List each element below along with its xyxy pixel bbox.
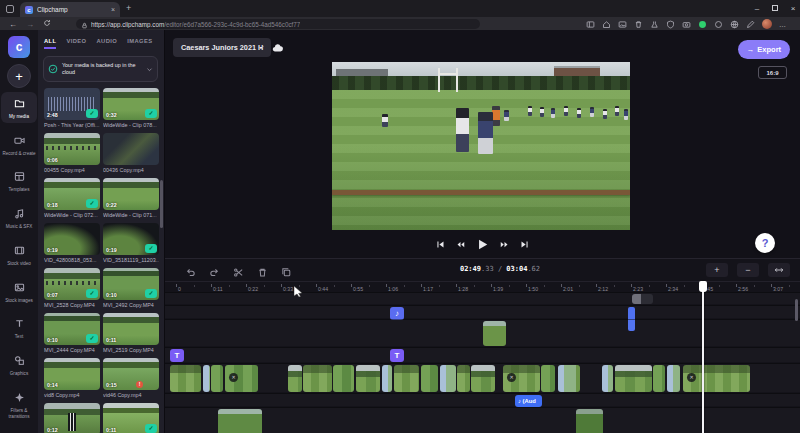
sidebar-item-filters-transitions[interactable]: Filters & transitions xyxy=(1,386,37,422)
track-video-main[interactable]: ✕✕✕ xyxy=(165,363,800,392)
help-button[interactable]: ? xyxy=(755,233,775,253)
forward-icon[interactable]: → xyxy=(26,20,34,29)
clip-video[interactable] xyxy=(558,365,580,392)
media-item[interactable]: 0:10✓MVI_2444 Copy.MP4 xyxy=(44,313,100,353)
export-button[interactable]: →Export xyxy=(738,40,790,59)
track-image[interactable] xyxy=(165,319,800,346)
aspect-ratio-button[interactable]: 16:9 xyxy=(758,66,787,79)
refresh-icon[interactable] xyxy=(43,19,51,29)
panel-icon[interactable] xyxy=(586,20,595,29)
playhead-handle[interactable] xyxy=(699,281,707,292)
sidebar-item-record-create[interactable]: Record & create xyxy=(1,129,37,160)
rewind-button[interactable] xyxy=(456,240,465,249)
clip-overlay[interactable] xyxy=(632,294,653,304)
clip-text[interactable]: T xyxy=(390,349,404,362)
workspace-icon[interactable] xyxy=(6,5,14,13)
new-tab-button[interactable]: + xyxy=(126,4,131,13)
tab-video[interactable]: VIDEO xyxy=(66,38,86,49)
chevron-down-icon[interactable] xyxy=(146,66,153,73)
clip-video[interactable]: ✕ xyxy=(503,365,540,392)
browser-avatar[interactable] xyxy=(762,19,772,29)
track-overlay[interactable] xyxy=(165,292,800,304)
undo-button[interactable] xyxy=(185,264,196,282)
clip-video[interactable] xyxy=(170,365,201,392)
flask-icon[interactable] xyxy=(650,20,659,29)
media-item[interactable]: 00436 Copy.mp4 xyxy=(103,133,159,173)
url-field[interactable]: https://app.clipchamp.com/editor/e6d7a56… xyxy=(76,19,480,29)
scissors-button[interactable] xyxy=(233,264,244,282)
media-item[interactable]: 0:15!vid46 Copy.mp4 xyxy=(103,358,159,398)
clip-video[interactable] xyxy=(218,409,262,433)
media-item[interactable]: 0:14vid8 Copy.mp4 xyxy=(44,358,100,398)
clip-video[interactable] xyxy=(303,365,332,392)
sidebar-item-graphics[interactable]: Graphics xyxy=(1,349,37,380)
photo-icon[interactable] xyxy=(618,20,627,29)
media-scrollbar[interactable] xyxy=(160,180,163,228)
shield-icon[interactable] xyxy=(666,20,675,29)
add-media-button[interactable]: + xyxy=(7,64,31,88)
fast-forward-button[interactable] xyxy=(500,240,509,249)
video-preview[interactable] xyxy=(332,62,630,230)
ring-icon[interactable] xyxy=(714,20,723,29)
project-chevron-icon[interactable] xyxy=(257,44,265,52)
media-item[interactable]: 0:19✓VID_35181119_11203... xyxy=(103,223,159,263)
back-icon[interactable]: ← xyxy=(9,20,17,29)
backup-banner[interactable]: Your media is backed up in the cloud xyxy=(43,56,158,82)
clip-video[interactable] xyxy=(653,365,665,392)
tab-audio[interactable]: AUDIO xyxy=(97,38,118,49)
sidebar-item-text[interactable]: Text xyxy=(1,312,37,343)
tab-images[interactable]: IMAGES xyxy=(127,38,152,49)
clip-video[interactable] xyxy=(457,365,470,392)
track-audio[interactable]: ♪ (Aud xyxy=(165,393,800,406)
media-item[interactable]: 0:11✓MVI_2641 Copy.MP4 xyxy=(103,403,159,433)
clip-video[interactable] xyxy=(667,365,680,392)
clip-video[interactable]: ✕ xyxy=(225,365,258,392)
clip-audio[interactable]: ♪ (Aud xyxy=(515,395,542,407)
media-item[interactable]: 2:48✓Posh - This Year (Offi... xyxy=(44,88,100,128)
sidebar-item-brand-kit[interactable]: Brand kit xyxy=(1,428,37,433)
home-icon[interactable] xyxy=(602,20,611,29)
duplicate-button[interactable] xyxy=(281,264,292,282)
browser-menu-icon[interactable]: … xyxy=(779,21,786,28)
browser-tab[interactable]: c Clipchamp × xyxy=(20,2,120,17)
clip-video[interactable]: ✕ xyxy=(683,365,750,392)
clip-video[interactable] xyxy=(382,365,392,392)
play-button[interactable] xyxy=(476,238,489,251)
media-item[interactable]: 0:18✓WideWide - Clip 072... xyxy=(44,178,100,218)
window-maximize-button[interactable] xyxy=(768,4,782,13)
media-item[interactable]: 0:11MVI_2519 Copy.MP4 xyxy=(103,313,159,353)
zoom-fit-button[interactable] xyxy=(768,263,790,277)
sidebar-item-stock-images[interactable]: Stock images xyxy=(1,276,37,307)
clip-video[interactable] xyxy=(541,365,555,392)
media-item[interactable]: 0:32✓WideWide - Clip 078... xyxy=(103,88,159,128)
track-video-2[interactable] xyxy=(165,407,800,433)
sidebar-item-templates[interactable]: Templates xyxy=(1,165,37,196)
skip-start-button[interactable] xyxy=(436,240,445,249)
pen-icon[interactable] xyxy=(746,20,755,29)
redo-button[interactable] xyxy=(209,264,220,282)
media-item[interactable]: 0:07✓MVI_2528 Copy.MP4 xyxy=(44,268,100,308)
clip-video[interactable] xyxy=(288,365,302,392)
media-item[interactable]: 0:0600455 Copy.mp4 xyxy=(44,133,100,173)
media-item[interactable]: 0:22WideWide - Clip 071... xyxy=(103,178,159,218)
track-music[interactable]: ♪ xyxy=(165,305,800,318)
media-item[interactable]: 0:10✓MVI_2492 Copy.MP4 xyxy=(103,268,159,308)
clip-video[interactable] xyxy=(471,365,495,392)
clip-video[interactable] xyxy=(356,365,380,392)
media-item[interactable]: 0:12MVI_2467 Copy.MP4 xyxy=(44,403,100,433)
globe-icon[interactable] xyxy=(730,20,739,29)
clip-video[interactable] xyxy=(333,365,354,392)
clip-image[interactable] xyxy=(483,321,506,346)
playhead-line[interactable] xyxy=(702,281,704,433)
clip-video[interactable] xyxy=(440,365,456,392)
clipchamp-logo[interactable]: c xyxy=(8,36,30,58)
zoom-out-button[interactable]: − xyxy=(737,263,759,277)
window-close-button[interactable]: × xyxy=(786,4,800,13)
clip-video[interactable] xyxy=(602,365,613,392)
clip-video[interactable] xyxy=(576,409,603,433)
tab-close-icon[interactable]: × xyxy=(111,6,115,13)
clip-video[interactable] xyxy=(421,365,438,392)
clip-video[interactable] xyxy=(203,365,210,392)
window-minimize-button[interactable]: – xyxy=(750,4,764,13)
timeline-scrollbar[interactable] xyxy=(795,299,798,321)
